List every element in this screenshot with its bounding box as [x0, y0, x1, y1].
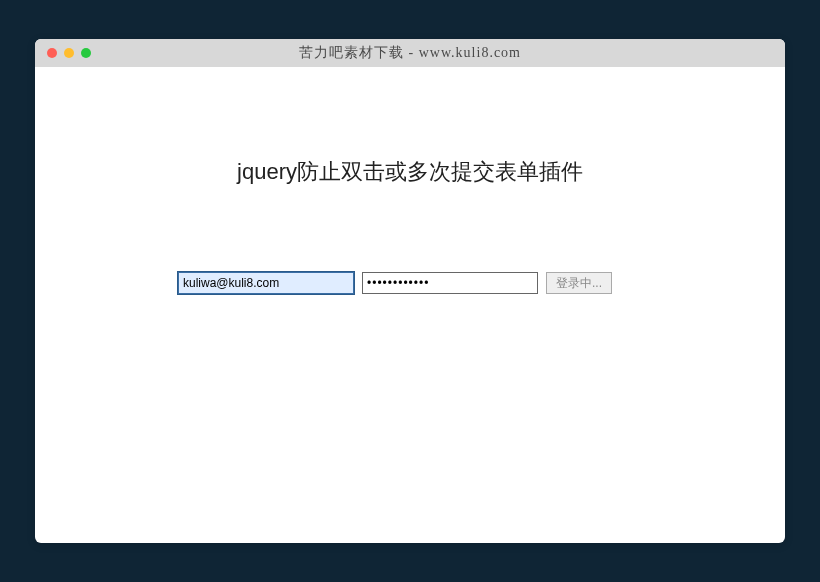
- email-field[interactable]: [178, 272, 354, 294]
- page-heading: jquery防止双击或多次提交表单插件: [35, 157, 785, 187]
- titlebar: 苦力吧素材下载 - www.kuli8.com: [35, 39, 785, 67]
- login-form: 登录中...: [35, 272, 785, 294]
- window-title: 苦力吧素材下载 - www.kuli8.com: [35, 44, 785, 62]
- password-field[interactable]: [362, 272, 538, 294]
- browser-window: 苦力吧素材下载 - www.kuli8.com jquery防止双击或多次提交表…: [35, 39, 785, 543]
- page-content: jquery防止双击或多次提交表单插件 登录中...: [35, 67, 785, 294]
- submit-button[interactable]: 登录中...: [546, 272, 612, 294]
